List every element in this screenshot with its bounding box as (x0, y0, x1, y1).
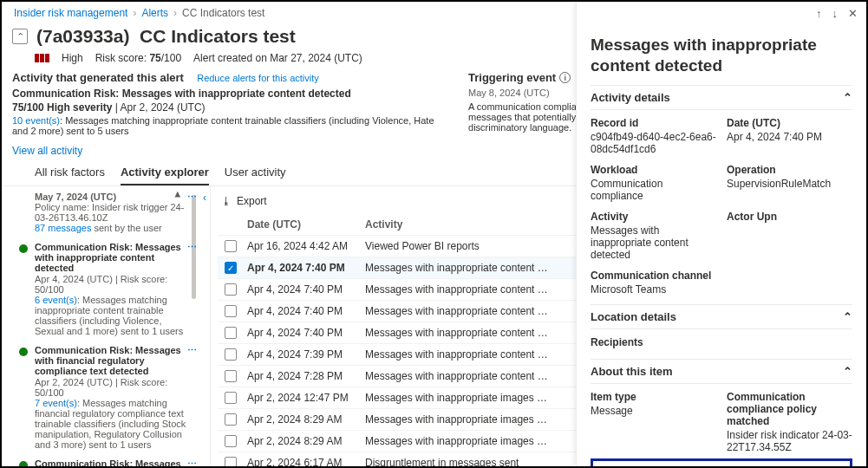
tab-all-risk-factors[interactable]: All risk factors (35, 160, 105, 185)
risk-date: Apr 2, 2024 (UTC) (121, 101, 206, 114)
value-date: Apr 4, 2024 7:40 PM (727, 131, 852, 143)
export-button[interactable]: ⭳ Export (221, 195, 267, 207)
risk-score-value: 75 (12, 101, 23, 114)
row-checkbox[interactable] (225, 240, 237, 252)
timeline-date: May 7, 2024 (UTC) (35, 192, 187, 202)
next-arrow-icon[interactable]: ↓ (832, 7, 839, 20)
timeline-title: Communication Risk: Messages with inappr… (35, 242, 187, 273)
cell-date: Apr 4, 2024 7:40 PM (244, 262, 365, 274)
chevron-up-icon: ⌃ (843, 310, 852, 323)
row-checkbox[interactable] (225, 305, 237, 317)
label-channel: Communication channel (591, 270, 852, 282)
timeline-item[interactable]: ⋯May 7, 2024 (UTC)Policy name: Insider r… (35, 192, 199, 233)
timeline-subtitle: Apr 2, 2024 (UTC) | Risk score: 50/100 (35, 377, 187, 398)
tab-activity-explorer[interactable]: Activity explorer (121, 160, 209, 185)
section-about-item[interactable]: About this item⌃ (591, 359, 852, 384)
events-link[interactable]: 10 event(s) (12, 115, 60, 126)
activity-timeline: ▲ ⋯May 7, 2024 (UTC)Policy name: Insider… (2, 186, 199, 468)
timeline-item[interactable]: ⋯Communication Risk: Messages with inapp… (35, 242, 199, 336)
label-recipients: Recipients (591, 336, 852, 348)
value-workload: Communication compliance (591, 178, 716, 202)
value-operation: SupervisionRuleMatch (727, 178, 852, 190)
more-icon[interactable]: ⋯ (187, 345, 198, 356)
timeline-detail: 87 messages sent by the user (35, 223, 187, 233)
alert-created-date: Alert created on Mar 27, 2024 (UTC) (193, 52, 362, 64)
details-panel: ↑ ↓ ✕ Messages with inappropriate conten… (576, 2, 866, 466)
cell-date: Apr 2, 2024 6:17 AM (244, 457, 365, 468)
timeline-item[interactable]: ⋯Communication Risk: Messages with finan… (35, 345, 199, 450)
row-checkbox[interactable] (225, 457, 237, 468)
cell-date: Apr 2, 2024 8:29 AM (244, 413, 365, 426)
row-checkbox[interactable] (225, 435, 237, 447)
label-item-type: Item type (591, 391, 716, 403)
activity-summary-column: Activity that generated this alert Reduc… (12, 71, 451, 157)
row-checkbox[interactable] (225, 413, 237, 426)
reduce-alerts-link[interactable]: Reduce alerts for this activity (197, 73, 319, 83)
value-item-type: Message (591, 405, 716, 417)
row-checkbox[interactable] (225, 348, 237, 361)
close-icon[interactable]: ✕ (848, 7, 858, 20)
row-checkbox[interactable] (225, 370, 237, 382)
section-heading-activity: Activity that generated this alert (12, 71, 184, 84)
cell-date: Apr 4, 2024 7:39 PM (244, 348, 365, 361)
value-policy-matched: Insider risk indicator 24-03-22T17.34.55… (727, 429, 852, 453)
status-dot-icon (19, 348, 28, 356)
timeline-subtitle: Apr 4, 2024 (UTC) | Risk score: 50/100 (35, 274, 187, 295)
breadcrumb-root[interactable]: Insider risk management (14, 7, 127, 19)
section-location-details[interactable]: Location details⌃ (591, 304, 852, 329)
timeline-title: Communication Risk: Messages with inappr… (35, 458, 187, 468)
row-checkbox[interactable] (225, 283, 237, 296)
row-checkbox[interactable] (225, 392, 237, 404)
events-description: : Messages matching inappropriate conten… (12, 115, 434, 136)
value-record-id: c904fb49-d640-4ec2-6ea6-08dc54df1cd6 (591, 131, 716, 155)
section-heading-trigger: Triggering event (468, 71, 556, 84)
cell-date: Apr 4, 2024 7:40 PM (244, 305, 365, 317)
more-icon[interactable]: ⋯ (187, 458, 198, 468)
label-workload: Workload (591, 164, 716, 176)
label-date: Date (UTC) (727, 117, 852, 129)
section-activity-details[interactable]: Activity details⌃ (591, 85, 852, 110)
timeline-detail: 6 event(s): Messages matching inappropri… (35, 295, 187, 336)
page-title: (7a03933a) CC Indicators test (36, 26, 296, 47)
more-icon[interactable]: ⋯ (187, 192, 198, 203)
label-actor-upn: Actor Upn (727, 211, 852, 223)
collapse-timeline-button[interactable]: ‹ (199, 186, 210, 468)
info-icon[interactable]: i (559, 72, 571, 83)
row-checkbox[interactable] (225, 327, 237, 339)
timeline-subtitle: Policy name: Insider risk trigger 24-03-… (35, 202, 187, 223)
download-icon: ⭳ (221, 195, 232, 207)
chevron-up-icon: ⌃ (843, 91, 852, 104)
value-activity: Messages with inappropriate content dete… (591, 224, 716, 261)
tab-user-activity[interactable]: User activity (225, 160, 286, 185)
chevron-right-icon: › (133, 7, 136, 19)
label-policy-matched: Communication compliance policy matched (727, 391, 852, 427)
more-icon[interactable]: ⋯ (187, 242, 198, 253)
timeline-title: Communication Risk: Messages with financ… (35, 345, 187, 376)
breadcrumb-current: CC Indicators test (182, 7, 264, 19)
col-header-date[interactable]: Date (UTC) (244, 218, 365, 231)
risk-title: Communication Risk: Messages with inappr… (12, 88, 451, 100)
panel-title: Messages with inappropriate content dete… (591, 35, 852, 76)
view-all-activity-link[interactable]: View all activity (12, 145, 82, 157)
status-dot-icon (19, 244, 28, 253)
cell-date: Apr 2, 2024 12:47 PM (244, 392, 365, 404)
timeline-events-link[interactable]: 7 event(s) (35, 398, 77, 408)
chevron-up-icon: ⌃ (843, 365, 852, 378)
prev-arrow-icon[interactable]: ↑ (816, 7, 822, 20)
highlighted-match-section: Trainable classifiers matchedSexual Matc… (591, 458, 852, 467)
timeline-item[interactable]: ⋯Communication Risk: Messages with inapp… (35, 458, 199, 468)
timeline-events-link[interactable]: 6 event(s) (35, 295, 77, 305)
severity-indicator (35, 54, 49, 62)
chevron-right-icon: › (173, 7, 177, 19)
timeline-events-link[interactable]: 87 messages (35, 223, 91, 233)
label-operation: Operation (727, 164, 852, 176)
row-checkbox[interactable]: ✓ (225, 262, 237, 274)
cell-date: Apr 16, 2024 4:42 AM (244, 240, 365, 252)
cell-date: Apr 4, 2024 7:40 PM (244, 327, 365, 339)
value-channel: Microsoft Teams (591, 283, 852, 296)
collapse-toggle[interactable]: ⌃ (12, 29, 28, 44)
label-activity: Activity (591, 211, 716, 223)
timeline-detail: 7 event(s): Messages matching financial … (35, 398, 187, 450)
breadcrumb-alerts[interactable]: Alerts (141, 7, 168, 19)
cell-date: Apr 4, 2024 7:28 PM (244, 370, 365, 382)
